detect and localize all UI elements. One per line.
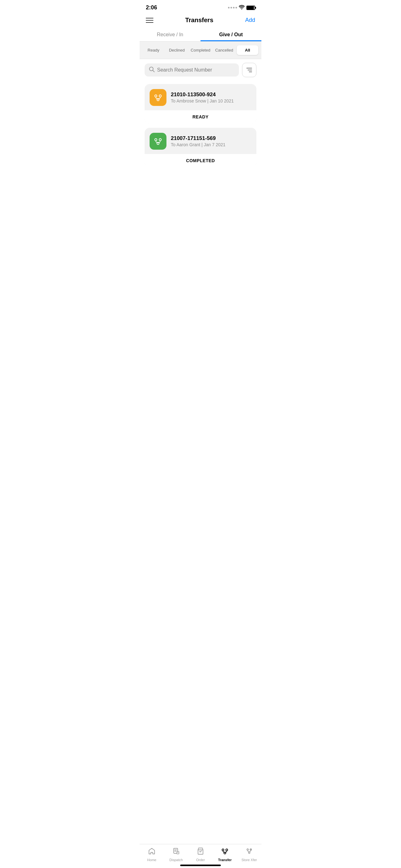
wifi-icon — [239, 5, 244, 11]
card-1-number: 21010-113500-924 — [171, 92, 234, 98]
card-1-status: READY — [192, 114, 209, 119]
card-1-footer: READY — [144, 110, 257, 123]
search-container — [140, 59, 261, 81]
card-1-header: 21010-113500-924 To Ambrose Snow | Jan 1… — [144, 84, 257, 110]
filter-completed[interactable]: Completed — [190, 45, 212, 55]
filter-cancelled[interactable]: Cancelled — [213, 45, 235, 55]
search-icon — [149, 67, 155, 73]
card-2-footer: COMPLETED — [144, 154, 257, 167]
add-button[interactable]: Add — [245, 17, 255, 24]
status-time: 2:06 — [146, 4, 157, 11]
search-input[interactable] — [157, 67, 235, 73]
filter-options-button[interactable] — [242, 63, 257, 77]
filter-declined[interactable]: Declined — [166, 45, 188, 55]
status-bar: 2:06 — [140, 0, 261, 13]
tab-receive-in[interactable]: Receive / In — [140, 28, 201, 41]
card-2-sub: To Aaron Grant | Jan 7 2021 — [171, 142, 226, 147]
card-1-info: 21010-113500-924 To Ambrose Snow | Jan 1… — [171, 92, 234, 103]
svg-point-5 — [155, 139, 157, 141]
svg-point-6 — [159, 139, 162, 141]
card-2-number: 21007-171151-569 — [171, 135, 226, 142]
card-2-header: 21007-171151-569 To Aaron Grant | Jan 7 … — [144, 128, 257, 154]
signal-icon — [228, 7, 237, 8]
header: Transfers Add — [140, 13, 261, 28]
svg-point-3 — [159, 95, 162, 97]
svg-line-1 — [153, 70, 154, 72]
filter-all[interactable]: All — [237, 45, 258, 55]
transfer-card-1[interactable]: 21010-113500-924 To Ambrose Snow | Jan 1… — [144, 84, 257, 123]
card-2-icon — [149, 133, 166, 150]
cards-container: 21010-113500-924 To Ambrose Snow | Jan 1… — [140, 81, 261, 170]
status-icons — [228, 5, 255, 11]
filter-lines-icon — [246, 68, 252, 72]
battery-icon — [246, 6, 255, 10]
main-tabs: Receive / In Give / Out — [140, 28, 261, 41]
search-input-wrap — [144, 63, 239, 76]
card-1-sub: To Ambrose Snow | Jan 10 2021 — [171, 98, 234, 103]
menu-button[interactable] — [146, 18, 153, 23]
page-title: Transfers — [185, 17, 213, 24]
card-2-status: COMPLETED — [186, 158, 215, 163]
svg-point-2 — [155, 95, 157, 97]
card-1-icon — [149, 89, 166, 106]
filter-tabs: Ready Declined Completed Cancelled All — [140, 41, 261, 59]
filter-ready[interactable]: Ready — [143, 45, 164, 55]
transfer-card-2[interactable]: 21007-171151-569 To Aaron Grant | Jan 7 … — [144, 128, 257, 167]
card-2-info: 21007-171151-569 To Aaron Grant | Jan 7 … — [171, 135, 226, 147]
tab-give-out[interactable]: Give / Out — [201, 28, 261, 41]
